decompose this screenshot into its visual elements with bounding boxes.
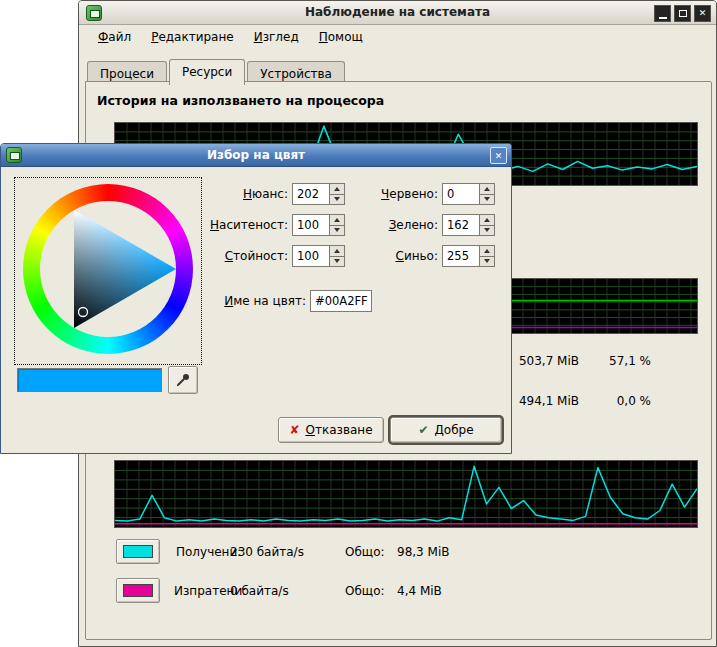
blue-spinbox: [442, 245, 495, 267]
hue-decrement-button[interactable]: [329, 194, 345, 206]
hue-spinbox: [292, 183, 345, 205]
value-input[interactable]: [292, 245, 329, 267]
green-increment-button[interactable]: [479, 214, 495, 225]
eyedropper-icon: [175, 372, 191, 388]
red-decrement-button[interactable]: [479, 194, 495, 206]
red-spinbox: [442, 183, 495, 205]
dialog-titlebar[interactable]: Избор на цвят ✕: [1, 144, 511, 167]
color-name-input[interactable]: [310, 290, 372, 312]
saturation-input[interactable]: [292, 214, 329, 236]
hsv-triangle[interactable]: [23, 184, 193, 354]
green-input[interactable]: [442, 214, 479, 236]
ok-icon: ✔: [418, 423, 428, 437]
close-icon: ✕: [699, 9, 707, 18]
sent-color-button[interactable]: [116, 578, 160, 603]
saturation-decrement-button[interactable]: [329, 225, 345, 237]
sent-total: 4,4 MiB: [397, 584, 442, 598]
blue-label: Синьо:: [354, 245, 438, 267]
cancel-icon: ✘: [289, 423, 299, 437]
received-rate: 230 байта/s: [230, 545, 304, 559]
memory-percent: 57,1 %: [586, 354, 651, 370]
close-button[interactable]: ✕: [694, 5, 711, 22]
maximize-button[interactable]: [674, 5, 691, 22]
menu-file[interactable]: Файл: [89, 27, 140, 47]
value-decrement-button[interactable]: [329, 256, 345, 268]
value-increment-button[interactable]: [329, 245, 345, 256]
value-label: Стойност:: [204, 245, 288, 267]
hue-label: Нюанс:: [204, 183, 288, 205]
color-preview-swatch: [17, 368, 162, 392]
blue-input[interactable]: [442, 245, 479, 267]
color-name-label: Име на цвят:: [204, 290, 306, 312]
window-title: Наблюдение на системата: [79, 5, 716, 19]
dialog-title: Избор на цвят: [1, 148, 511, 162]
saturation-spinbox: [292, 214, 345, 236]
maximize-icon: [679, 10, 687, 17]
saturation-label: Наситеност:: [204, 214, 288, 236]
red-increment-button[interactable]: [479, 183, 495, 194]
blue-decrement-button[interactable]: [479, 256, 495, 268]
received-color-swatch: [123, 545, 153, 558]
red-label: Червено:: [354, 183, 438, 205]
swap-percent: 0,0 %: [586, 394, 651, 410]
hue-increment-button[interactable]: [329, 183, 345, 194]
saturation-increment-button[interactable]: [329, 214, 345, 225]
cancel-button-label: Отказване: [305, 423, 372, 437]
menu-edit[interactable]: Редактиране: [142, 27, 243, 47]
tab-resources[interactable]: Ресурси: [169, 59, 245, 85]
green-spinbox: [442, 214, 495, 236]
sent-total-label: Общо:: [345, 584, 385, 598]
window-titlebar[interactable]: Наблюдение на системата ✕: [79, 1, 716, 25]
value-spinbox: [292, 245, 345, 267]
sent-color-swatch: [123, 584, 153, 597]
received-color-button[interactable]: [116, 539, 160, 564]
menubar: Файл Редактиране Изглед Помощ: [81, 26, 714, 48]
green-label: Зелено:: [354, 214, 438, 236]
cancel-button[interactable]: ✘ Отказване: [278, 417, 384, 443]
cpu-history-heading: История на използването на процесора: [97, 93, 384, 108]
eyedropper-button[interactable]: [168, 366, 198, 394]
dialog-close-icon: ✕: [495, 151, 503, 161]
menu-view[interactable]: Изглед: [245, 27, 308, 47]
hue-input[interactable]: [292, 183, 329, 205]
received-total-label: Общо:: [345, 545, 385, 559]
ok-button-label: Добре: [434, 423, 473, 437]
red-input[interactable]: [442, 183, 479, 205]
network-history-chart: [114, 460, 698, 528]
received-total: 98,3 MiB: [397, 545, 449, 559]
hue-wheel[interactable]: [23, 184, 193, 354]
desktop: Наблюдение на системата ✕ Файл Редактира…: [0, 0, 717, 647]
window-controls: ✕: [654, 5, 711, 22]
dialog-close-button[interactable]: ✕: [490, 147, 507, 164]
minimize-button[interactable]: [654, 5, 671, 22]
color-picker-dialog: Избор на цвят ✕: [0, 143, 512, 454]
blue-increment-button[interactable]: [479, 245, 495, 256]
minimize-icon: [659, 17, 667, 19]
menu-help[interactable]: Помощ: [310, 27, 372, 47]
green-decrement-button[interactable]: [479, 225, 495, 237]
ok-button[interactable]: ✔ Добре: [390, 417, 502, 443]
sent-rate: 0 байта/s: [230, 584, 289, 598]
